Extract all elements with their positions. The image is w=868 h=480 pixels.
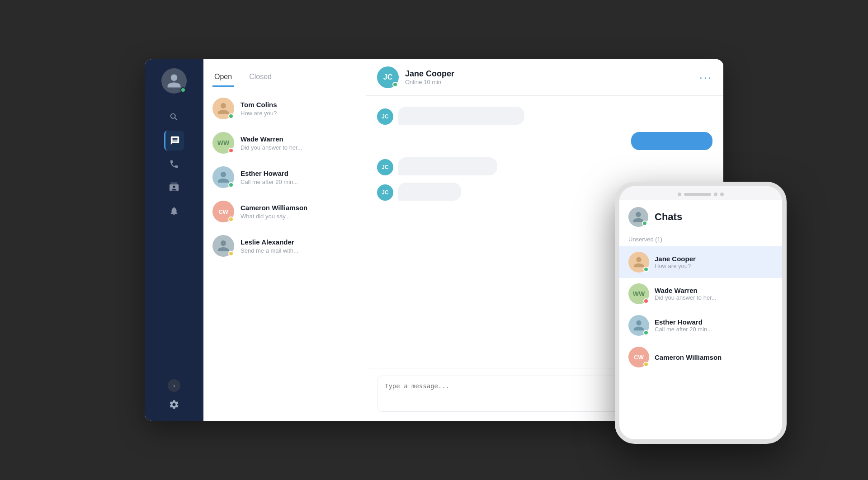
avatar-initials: WW — [217, 139, 229, 146]
settings-button[interactable] — [169, 399, 179, 412]
expand-button[interactable]: › — [168, 379, 180, 392]
notch-dot — [678, 193, 681, 196]
contact-name: Cameron Williamson — [241, 204, 357, 212]
person-icon — [217, 239, 230, 253]
status-dot — [643, 330, 649, 335]
chat-contact-avatar: JC — [377, 66, 399, 88]
list-item[interactable]: Esther Howard Call me after 20 min... — [203, 160, 366, 194]
status-dot — [228, 148, 234, 153]
message-row: JC — [377, 157, 712, 175]
message-preview: How are you? — [655, 263, 773, 269]
person-icon — [632, 319, 645, 332]
phone-avatar — [628, 207, 648, 227]
user-icon — [166, 73, 182, 89]
phone-content: Chats Unserved (1) Jane Cooper How are y… — [619, 200, 782, 439]
conversation-info: Esther Howard Call me after 20 min... — [655, 318, 773, 333]
sidebar-item-search[interactable] — [164, 107, 184, 127]
status-dot — [643, 267, 649, 272]
status-dot — [643, 298, 649, 304]
conversation-info: Wade Warren Did you answer to her... — [655, 287, 773, 301]
conversation-info: Tom Colins How are you? — [241, 101, 357, 117]
phone-conversation-list: Jane Cooper How are you? WW Wade Warren … — [619, 246, 782, 439]
avatar-initials: CW — [218, 208, 228, 215]
message-avatar: JC — [377, 184, 393, 201]
list-item[interactable]: Tom Colins How are you? — [203, 91, 366, 126]
message-row: JC — [377, 107, 712, 125]
more-options-button[interactable]: ··· — [699, 71, 712, 84]
message-preview: Call me after 20 min... — [241, 179, 357, 185]
list-item[interactable]: Leslie Alexander Send me a mail with... — [203, 229, 366, 263]
settings-icon — [169, 399, 179, 410]
conversation-info: Leslie Alexander Send me a mail with... — [241, 238, 357, 254]
status-dot — [228, 216, 234, 222]
sidebar-item-phone[interactable] — [164, 154, 184, 174]
chat-avatar-initials: JC — [383, 73, 392, 81]
chat-status-dot — [392, 82, 398, 87]
status-dot — [228, 251, 234, 256]
conversation-panel: Open Closed Tom Colins How are you? — [203, 59, 366, 421]
message-bubble-loading — [398, 107, 524, 125]
message-avatar: JC — [377, 108, 393, 125]
status-dot — [228, 113, 234, 119]
contact-name: Wade Warren — [241, 135, 357, 143]
chat-contact-status: Online 10 min — [405, 79, 693, 85]
avatar: WW — [628, 283, 649, 304]
avatar: WW — [212, 132, 234, 154]
avatar-initials: CW — [634, 354, 644, 361]
list-item[interactable]: Esther Howard Call me after 20 min... — [619, 310, 782, 341]
phone-icon — [169, 159, 179, 169]
chat-icon — [170, 136, 180, 146]
list-item[interactable]: CW Cameron Williamson What did you say..… — [203, 194, 366, 229]
chat-header-info: Jane Cooper Online 10 min — [405, 69, 693, 85]
tab-closed[interactable]: Closed — [247, 68, 274, 87]
avatar: CW — [628, 347, 649, 367]
list-item[interactable]: WW Wade Warren Did you answer to her... — [203, 126, 366, 160]
status-dot — [228, 182, 234, 188]
notch-bar — [684, 193, 711, 196]
contact-name: Esther Howard — [655, 318, 773, 326]
contact-name: Cameron Williamson — [655, 353, 773, 361]
avatar-initials: WW — [633, 290, 645, 297]
bell-icon — [169, 206, 179, 216]
chat-header: JC Jane Cooper Online 10 min ··· — [366, 59, 723, 96]
contact-name: Wade Warren — [655, 287, 773, 294]
tab-open[interactable]: Open — [212, 68, 234, 87]
online-status-dot — [180, 87, 186, 93]
sidebar: › — [145, 59, 203, 421]
message-bubble-loading — [398, 157, 497, 175]
contact-name: Tom Colins — [241, 101, 357, 108]
message-preview: What did you say... — [241, 213, 357, 220]
phone-notch — [619, 186, 782, 200]
conversation-info: Wade Warren Did you answer to her... — [241, 135, 357, 151]
main-wrapper: › Open Closed — [0, 0, 868, 480]
message-avatar: JC — [377, 159, 393, 175]
avatar — [212, 98, 234, 119]
list-item[interactable]: CW Cameron Williamson — [619, 341, 782, 373]
chat-contact-name: Jane Cooper — [405, 69, 693, 79]
conversation-tabs: Open Closed — [203, 59, 366, 87]
list-item[interactable]: Jane Cooper How are you? — [619, 246, 782, 278]
message-preview: Send me a mail with... — [241, 247, 357, 254]
avatar — [628, 315, 649, 336]
contacts-icon — [169, 183, 179, 193]
person-icon — [632, 256, 645, 268]
list-item[interactable]: WW Wade Warren Did you answer to her... — [619, 278, 782, 310]
phone-section-label: Unserved (1) — [619, 234, 782, 246]
sidebar-item-chat[interactable] — [164, 131, 184, 151]
message-preview: How are you? — [241, 110, 357, 117]
sidebar-item-contacts[interactable] — [164, 178, 184, 198]
conversation-info: Jane Cooper How are you? — [655, 255, 773, 269]
conversation-list: Tom Colins How are you? WW Wade Warren D… — [203, 87, 366, 421]
avatar — [628, 252, 649, 273]
message-row — [377, 132, 712, 150]
message-preview: Call me after 20 min... — [655, 326, 773, 333]
phone-overlay: Chats Unserved (1) Jane Cooper How are y… — [615, 182, 787, 444]
sidebar-bottom: › — [168, 379, 180, 412]
message-preview: Did you answer to her... — [241, 144, 357, 151]
search-icon — [169, 112, 179, 122]
person-icon — [217, 170, 230, 184]
message-bubble — [631, 132, 712, 150]
notch-dot — [714, 193, 717, 196]
sidebar-nav — [164, 107, 184, 375]
sidebar-item-notifications[interactable] — [164, 201, 184, 221]
